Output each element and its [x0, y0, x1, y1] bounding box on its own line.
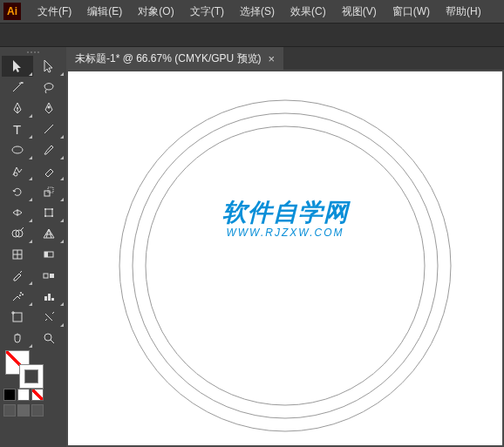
panel-grip[interactable]: [0, 49, 66, 56]
menu-view[interactable]: 视图(V): [334, 0, 385, 23]
svg-point-6: [14, 173, 17, 176]
svg-point-26: [19, 295, 21, 296]
color-gradient[interactable]: [17, 389, 30, 401]
artboard-tool[interactable]: [2, 307, 33, 328]
watermark-cn: 软件自学网: [222, 200, 349, 225]
menu-edit[interactable]: 编辑(E): [79, 0, 130, 23]
curvature-tool[interactable]: [33, 98, 65, 119]
svg-point-5: [12, 146, 23, 153]
eyedropper-tool[interactable]: [2, 265, 33, 286]
selection-tool[interactable]: [2, 56, 33, 77]
document-tab[interactable]: 未标题-1* @ 66.67% (CMYK/GPU 预览) ×: [66, 47, 283, 70]
svg-line-4: [44, 125, 53, 133]
svg-point-35: [119, 100, 451, 431]
draw-mode-2[interactable]: [31, 404, 44, 417]
svg-rect-22: [44, 274, 48, 278]
svg-line-34: [51, 340, 54, 343]
tool-grid: T: [0, 56, 66, 349]
menu-select[interactable]: 选择(S): [232, 0, 283, 23]
color-mode-row: [0, 387, 66, 403]
tab-close-icon[interactable]: ×: [269, 52, 276, 65]
direct-selection-tool[interactable]: [33, 56, 65, 77]
svg-rect-21: [44, 252, 48, 257]
stroke-swatch[interactable]: [19, 364, 44, 389]
type-tool[interactable]: T: [2, 119, 33, 139]
tools-panel: T: [0, 47, 66, 447]
screen-mode[interactable]: [3, 404, 16, 417]
paintbrush-tool[interactable]: [33, 139, 65, 160]
menu-type[interactable]: 文字(T): [182, 0, 232, 23]
svg-point-37: [146, 126, 425, 405]
menu-object[interactable]: 对象(O): [130, 0, 181, 23]
menu-effect[interactable]: 效果(C): [283, 0, 334, 23]
lasso-tool[interactable]: [33, 77, 65, 98]
gradient-tool[interactable]: [33, 244, 65, 265]
color-none[interactable]: [31, 389, 44, 401]
svg-point-33: [44, 334, 51, 341]
draw-mode[interactable]: [17, 404, 30, 417]
shaper-tool[interactable]: [2, 160, 33, 181]
tab-title: 未标题-1* @ 66.67% (CMYK/GPU 预览): [75, 51, 262, 66]
hand-tool[interactable]: [2, 328, 33, 349]
scale-tool[interactable]: [33, 181, 65, 202]
fill-stroke-swatch[interactable]: [0, 349, 66, 387]
menu-window[interactable]: 窗口(W): [385, 0, 438, 23]
svg-point-25: [22, 294, 24, 295]
symbol-sprayer-tool[interactable]: [2, 286, 33, 307]
free-transform-tool[interactable]: [33, 202, 65, 223]
menu-help[interactable]: 帮助(H): [438, 0, 489, 23]
magic-wand-tool[interactable]: [2, 77, 33, 98]
svg-point-0: [21, 82, 23, 84]
main-area: T: [0, 47, 504, 447]
color-solid[interactable]: [3, 389, 16, 401]
svg-point-24: [20, 292, 22, 294]
svg-rect-8: [48, 187, 53, 193]
svg-point-12: [51, 208, 53, 210]
blend-tool[interactable]: [33, 265, 65, 286]
rotate-tool[interactable]: [2, 181, 33, 202]
svg-text:T: T: [13, 122, 21, 136]
app-logo: Ai: [3, 3, 21, 20]
svg-rect-29: [51, 298, 54, 301]
zoom-tool[interactable]: [33, 328, 65, 349]
artwork-circles: [111, 91, 460, 440]
svg-point-14: [51, 215, 53, 217]
ellipse-tool[interactable]: [2, 139, 33, 160]
svg-rect-23: [50, 274, 54, 278]
document-area: 未标题-1* @ 66.67% (CMYK/GPU 预览) × 软件自学网 WW…: [66, 47, 504, 447]
artboard[interactable]: 软件自学网 WWW.RJZXW.COM: [68, 71, 502, 445]
menu-file[interactable]: 文件(F): [30, 0, 79, 23]
svg-point-2: [48, 106, 51, 109]
svg-point-11: [44, 208, 46, 210]
screen-mode-row: [0, 403, 66, 418]
svg-point-1: [17, 107, 18, 109]
eraser-tool[interactable]: [33, 160, 65, 181]
svg-rect-10: [45, 209, 52, 216]
menu-bar: Ai 文件(F) 编辑(E) 对象(O) 文字(T) 选择(S) 效果(C) 视…: [0, 0, 504, 23]
slice-tool[interactable]: [33, 307, 65, 328]
mesh-tool[interactable]: [2, 244, 33, 265]
graph-tool[interactable]: [33, 286, 65, 307]
svg-rect-7: [44, 191, 50, 196]
svg-rect-27: [44, 296, 47, 301]
width-tool[interactable]: [2, 202, 33, 223]
svg-point-13: [44, 215, 46, 217]
svg-point-36: [133, 113, 438, 418]
svg-rect-30: [13, 313, 22, 322]
tab-bar: 未标题-1* @ 66.67% (CMYK/GPU 预览) ×: [66, 47, 504, 70]
line-tool[interactable]: [33, 119, 65, 139]
control-bar: [0, 23, 504, 47]
pen-tool[interactable]: [2, 98, 33, 119]
svg-rect-28: [48, 294, 51, 301]
watermark-en: WWW.RJZXW.COM: [222, 227, 349, 239]
watermark: 软件自学网 WWW.RJZXW.COM: [222, 200, 349, 239]
shape-builder-tool[interactable]: [2, 223, 33, 244]
perspective-tool[interactable]: [33, 223, 65, 244]
